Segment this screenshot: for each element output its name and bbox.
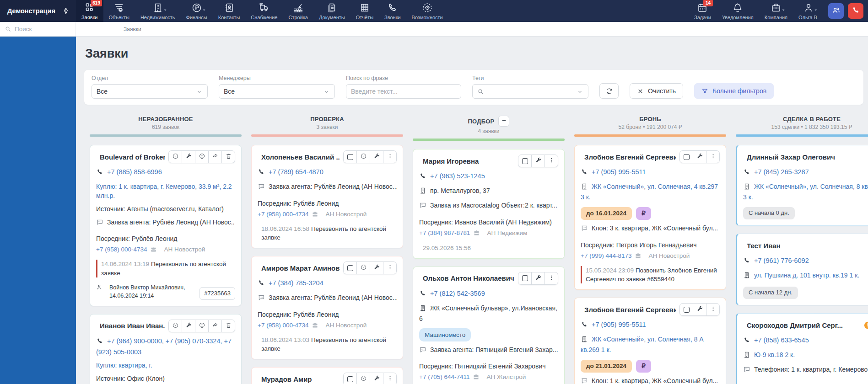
nav-item-reports[interactable]: Отчёты [350, 0, 379, 22]
phone-link[interactable]: +7 (905) 995-5511 [592, 168, 646, 176]
action-wrench-button[interactable] [693, 150, 706, 163]
action-kebab-button[interactable] [545, 272, 558, 285]
nav-item-supply[interactable]: Снабжение [245, 0, 283, 22]
nav-item-contacts[interactable]: Контакты [213, 0, 246, 22]
request-card[interactable]: Амиров Марат Аминов...+7 (384) 785-3204З… [251, 256, 403, 359]
clear-filters-button[interactable]: Очистить [630, 83, 683, 99]
action-trash-button[interactable] [221, 320, 235, 332]
request-card[interactable]: Ольхов Антон Николаевич+7 (812) 542-3569… [413, 267, 565, 384]
action-wrench-button[interactable] [531, 155, 545, 167]
request-card[interactable]: Злобнов Евгений Сергеевич+7 (905) 995-55… [574, 298, 726, 384]
request-link[interactable]: Куплю: квартира, г. [96, 361, 235, 370]
action-kebab-button[interactable] [545, 155, 558, 167]
request-card[interactable]: Злобнов Евгений Сергеевич+7 (905) 995-55… [574, 145, 726, 290]
department-select[interactable]: Все [92, 84, 208, 99]
action-wrench-button[interactable] [531, 272, 545, 285]
action-wrench-button[interactable] [370, 150, 383, 163]
nav-item-documents[interactable]: Документы [313, 0, 350, 22]
action-checkbox-button[interactable] [679, 303, 693, 316]
action-smiley-button[interactable] [195, 320, 209, 332]
object-address[interactable]: ЖК «Солнечный», ул. Солнечная, 4 кв.297 … [581, 183, 718, 201]
managers-select[interactable]: Все [219, 84, 335, 99]
nav-item-realty[interactable]: Недвижимость [135, 0, 181, 22]
object-address[interactable]: ЖК «Солнечный», ул. Солнечная, 8 А кв.26… [581, 336, 704, 353]
nav-item-finance[interactable]: Финансы [181, 0, 213, 22]
add-card-button[interactable] [498, 116, 509, 127]
action-circle-x-button[interactable] [356, 261, 370, 274]
action-circle-x-button[interactable] [356, 373, 370, 384]
action-checkbox-button[interactable] [343, 150, 357, 163]
nav-item-calls[interactable]: Звонки [379, 0, 406, 22]
action-wrench-button[interactable] [370, 261, 383, 274]
tags-select[interactable] [472, 84, 588, 99]
phone-link[interactable]: +7 (964) 900-0000, +7 (905) 070-3324, +7… [96, 337, 232, 356]
phrase-input[interactable] [351, 88, 456, 95]
action-checkbox-button[interactable] [343, 373, 357, 384]
phone-link[interactable]: +7 (905) 995-5511 [592, 321, 646, 328]
quick-contacts-button[interactable] [828, 3, 844, 19]
request-card[interactable]: Иванов Иван Иван...+7 (964) 900-0000, +7… [90, 314, 242, 384]
action-circle-x-button[interactable] [168, 150, 182, 163]
nav-item-user[interactable]: Ольга В. [793, 2, 824, 20]
nav-item-features[interactable]: Возможности [406, 0, 448, 22]
object-address[interactable]: ЖК «Солнечный», ул. Солнечная, 8 кв.283 … [743, 183, 868, 201]
agent-phone-link[interactable]: +7 (999) 444-8173 [581, 251, 631, 260]
agent-phone-link[interactable]: +7 (705) 644-7411 [419, 373, 469, 381]
agent-phone-link[interactable]: +7 (958) 000-4734 [258, 210, 308, 219]
refresh-button[interactable] [599, 83, 619, 99]
nav-item-company[interactable]: Компания [759, 2, 793, 20]
phone-link[interactable]: +7 (961) 776-6092 [754, 257, 809, 264]
agent-phone-link[interactable]: +7 (958) 000-4734 [258, 321, 308, 330]
quick-call-button[interactable] [848, 3, 863, 19]
phone-link[interactable]: +7 (885) 858-6996 [107, 168, 162, 176]
action-kebab-button[interactable] [383, 373, 397, 384]
action-wrench-button[interactable] [370, 373, 383, 384]
action-wrench-button[interactable] [693, 303, 706, 316]
pen-icon[interactable] [62, 7, 70, 15]
action-wrench-button[interactable] [182, 150, 195, 163]
action-wrench-button[interactable] [182, 320, 195, 332]
nav-item-construction[interactable]: Стройка [283, 0, 313, 22]
request-card[interactable]: Мурадов Амир+7 (384) 635-8974пр. Металлу… [251, 367, 403, 384]
action-share-button[interactable] [208, 150, 222, 163]
phone-link[interactable]: +7 (963) 523-1245 [430, 172, 485, 180]
nav-item-objects[interactable]: Объекты [103, 0, 135, 22]
card-actions [679, 150, 720, 163]
nav-item-tasks[interactable]: 14Задачи [689, 2, 717, 20]
nav-item-requests[interactable]: 619Заявки [76, 0, 103, 22]
action-circle-x-button[interactable] [168, 320, 182, 332]
agent-phone-link[interactable]: +7 (384) 987-8781 [419, 229, 470, 237]
action-circle-x-button[interactable] [356, 150, 370, 163]
action-kebab-button[interactable] [706, 150, 720, 163]
agent-phone-link[interactable]: +7 (958) 000-4734 [96, 245, 147, 254]
object-address[interactable]: ул. Пушкина д. 101 внутр. кв.19 1 к. [754, 272, 859, 279]
action-kebab-button[interactable] [706, 303, 720, 316]
action-checkbox-button[interactable] [518, 155, 532, 167]
request-card[interactable]: Boulevard of Broken...+7 (885) 858-6996К… [90, 145, 242, 306]
action-kebab-button[interactable] [383, 261, 397, 274]
action-checkbox-button[interactable] [518, 272, 532, 285]
agent-contact: +7 (958) 000-4734АН Новострой [258, 210, 397, 219]
nav-item-notifications[interactable]: Уведомления [717, 2, 759, 20]
request-card[interactable]: Мария Игоревна+7 (963) 523-1245пр. Метал… [413, 149, 565, 259]
action-smiley-button[interactable] [195, 150, 209, 163]
action-kebab-button[interactable] [383, 150, 397, 163]
action-trash-button[interactable] [221, 150, 235, 163]
phone-link[interactable]: +7 (845) 265-3287 [754, 168, 809, 176]
sidebar-search-input[interactable] [15, 26, 67, 32]
request-link[interactable]: Куплю: 1 к. квартира, г. Кемерово, 33.9 … [96, 182, 235, 201]
breadcrumb-item[interactable]: Заявки [124, 26, 141, 32]
phone-link[interactable]: +7 (858) 633-6545 [754, 336, 809, 344]
request-card[interactable]: Холопеньев Василий ...+7 (789) 654-4870З… [251, 145, 403, 248]
request-card[interactable]: Тест Иван+7 (961) 776-6092ул. Пушкина д.… [736, 234, 868, 305]
phone-link[interactable]: +7 (812) 542-3569 [430, 290, 485, 297]
phone-link[interactable]: +7 (384) 785-3204 [269, 279, 323, 287]
action-checkbox-button[interactable] [679, 150, 693, 163]
request-card[interactable]: Скороходов Дмитрий Серг...+7 (858) 633-6… [736, 313, 868, 384]
request-card[interactable]: Длинный Захар Олегович+7 (845) 265-3287Ж… [736, 145, 868, 226]
action-share-button[interactable] [208, 320, 222, 332]
object-address[interactable]: Ю-9 кв.18 2 к. [754, 351, 795, 358]
more-filters-button[interactable]: Больше фильтров [694, 83, 774, 99]
action-checkbox-button[interactable] [343, 261, 357, 274]
phone-link[interactable]: +7 (789) 654-4870 [269, 168, 323, 176]
